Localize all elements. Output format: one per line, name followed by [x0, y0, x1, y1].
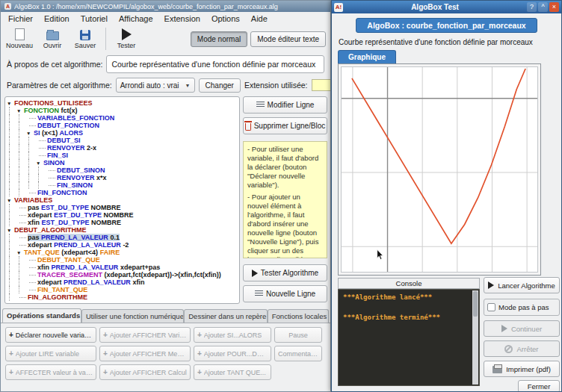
button-affecter-valeur-a-variable[interactable]: +AFFECTER valeur à variable	[5, 364, 96, 380]
tree-line[interactable]: DEBUT_SINON	[7, 167, 238, 174]
algorithm-tree[interactable]: ▼FONCTIONS_UTILISEES▼FONCTION fct(x)VARI…	[4, 96, 240, 304]
tree-line[interactable]: RENVOYER 2-x	[7, 144, 238, 152]
tree-line[interactable]: ▼VARIABLES	[7, 196, 238, 204]
help-button[interactable]: ?	[527, 2, 537, 12]
shade-button[interactable]: ^	[538, 2, 548, 12]
tab-graphique[interactable]: Graphique	[338, 50, 396, 63]
rounding-combo[interactable]: Arrondi auto : vrai ▼	[116, 78, 195, 93]
tree-line[interactable]: VARIABLES_FONCTION	[7, 114, 238, 122]
tab-operations-standards[interactable]: Opérations standards	[2, 308, 81, 323]
tree-line-text: TANT_QUE (xdepart<4) FAIRE	[24, 249, 120, 256]
tree-line[interactable]: FIN_ALGORITHME	[7, 293, 238, 301]
tree-line[interactable]: DEBUT_SI	[7, 137, 238, 144]
test-window-title: AlgoBox Test	[346, 3, 524, 11]
button-ajouter-pour-de-a[interactable]: +Ajouter POUR...DE...A	[194, 346, 271, 361]
button-ajouter-lire-variable[interactable]: +Ajouter LIRE variable	[5, 346, 96, 361]
new-document-icon	[15, 28, 25, 40]
tree-line[interactable]: FIN_FONCTION	[7, 189, 238, 196]
tree-line[interactable]: pas PREND_LA_VALEUR 0.1	[7, 234, 238, 241]
console-output: ***Algorithme lancé******Algorithme term…	[338, 289, 480, 386]
modify-line-button[interactable]: Modifier Ligne	[243, 96, 327, 113]
tree-line-text: RENVOYER 2-x	[47, 144, 96, 152]
close-window-button[interactable]: Fermer	[518, 380, 560, 392]
button-commentaire[interactable]: Commentaire	[274, 346, 322, 361]
tree-line[interactable]: FIN_SI	[7, 152, 238, 159]
tab-fonctions-locales[interactable]: Fonctions locales	[268, 309, 329, 323]
tree-line[interactable]: ▼FONCTIONS_UTILISEES	[7, 99, 238, 107]
open-folder-icon	[46, 31, 59, 40]
menu-bar: FichierEditionTutorielAffichageExtension…	[1, 12, 330, 25]
plus-icon: +	[9, 349, 13, 358]
button-ajouter-tant-que[interactable]: +Ajouter TANT QUE...	[194, 364, 271, 380]
tree-line[interactable]: ▼SINON	[7, 159, 238, 167]
menu-item-affichage[interactable]: Affichage	[114, 13, 158, 25]
console-scrollbar[interactable]	[472, 290, 478, 385]
expand-arrow-icon[interactable]: ▼	[26, 130, 34, 137]
tab-dessiner-dans-un-repere[interactable]: Dessiner dans un repère	[184, 309, 268, 323]
about-input[interactable]	[106, 55, 324, 73]
extension-field[interactable]	[312, 79, 330, 91]
tree-line[interactable]: pas EST_DU_TYPE NOMBRE	[7, 204, 238, 211]
menu-item-options[interactable]: Options	[206, 13, 245, 25]
button-pause[interactable]: Pause	[274, 327, 322, 343]
button-declarer-nouvelle-variable[interactable]: +Déclarer nouvelle variable	[5, 327, 96, 343]
tree-line[interactable]: FIN_TANT_QUE	[7, 286, 238, 293]
tree-line-text: FIN_SINON	[57, 181, 93, 189]
tab-utiliser-une-fonction-numerique[interactable]: Utiliser une fonction numérique	[81, 309, 184, 323]
menu-item-extension[interactable]: Extension	[159, 13, 206, 25]
expand-arrow-icon[interactable]: ▼	[7, 227, 14, 234]
button-ajouter-afficher-variable[interactable]: +Ajouter AFFICHER Variable	[99, 327, 191, 343]
tree-line[interactable]: DEBUT_TANT_QUE	[7, 256, 238, 264]
tree-line[interactable]: ▼FONCTION fct(x)	[7, 107, 238, 114]
tree-line[interactable]: xdepart PREND_LA_VALEUR xfin	[7, 279, 238, 286]
tree-line[interactable]: DEBUT_FONCTION	[7, 122, 238, 129]
run-algorithm-button[interactable]: Lancer Algorithme	[484, 277, 560, 293]
tree-line[interactable]: ▼SI (x<1) ALORS	[7, 129, 238, 137]
new-line-button[interactable]: Nouvelle Ligne	[243, 285, 327, 302]
help-box: - Pour utiliser une variable, il faut d'…	[243, 141, 327, 258]
delete-line-button[interactable]: Supprimer Ligne/Bloc	[243, 117, 327, 134]
tree-line[interactable]: xfin PREND_LA_VALEUR xdepart+pas	[7, 264, 238, 271]
button-ajouter-afficher-message[interactable]: +Ajouter AFFICHER Message	[99, 346, 191, 361]
tree-line[interactable]: xdepart PREND_LA_VALEUR -2	[7, 241, 238, 249]
algorithm-banner: AlgoBox : courbe_fonction_par_morceaux	[356, 18, 537, 33]
test-algorithm-button[interactable]: Tester Algorithme	[243, 264, 327, 281]
tree-line[interactable]: TRACER_SEGMENT (xdepart,fct(xdepart))->(…	[7, 271, 238, 279]
print-pdf-button[interactable]: Imprimer (pdf)	[484, 361, 560, 377]
tree-line[interactable]: RENVOYER x*x	[7, 174, 238, 181]
expand-arrow-icon[interactable]: ▼	[7, 197, 14, 204]
expand-arrow-icon[interactable]: ▼	[36, 160, 43, 167]
tree-line[interactable]: ▼DEBUT_ALGORITHME	[7, 226, 238, 234]
tree-line-text: pas PREND_LA_VALEUR 0.1	[28, 234, 120, 241]
toolbar-button-ouvrir[interactable]: Ouvrir	[37, 27, 68, 51]
change-button[interactable]: Changer	[199, 78, 241, 93]
plus-icon: +	[197, 349, 202, 358]
button-ajouter-si-alors[interactable]: +Ajouter SI...ALORS	[194, 327, 271, 343]
test-titlebar[interactable]: A! AlgoBox Test ?^×	[332, 1, 561, 13]
expand-arrow-icon[interactable]: ▼	[16, 108, 24, 114]
tree-line-text: pas EST_DU_TYPE NOMBRE	[28, 204, 121, 211]
expand-arrow-icon[interactable]: ▼	[16, 249, 24, 256]
expand-arrow-icon[interactable]: ▼	[7, 100, 14, 107]
menu-item-tutoriel[interactable]: Tutoriel	[75, 13, 113, 25]
menu-item-aide[interactable]: Aide	[246, 13, 273, 25]
continue-button[interactable]: Continuer	[484, 320, 560, 337]
menu-item-edition[interactable]: Edition	[39, 13, 75, 25]
toolbar-button-nouveau[interactable]: Nouveau	[4, 27, 35, 51]
toolbar-button-tester[interactable]: Tester	[111, 27, 142, 51]
mode-text-editor-button[interactable]: Mode éditeur texte	[250, 31, 326, 47]
stop-button[interactable]: Arrêter	[484, 340, 560, 357]
button-ajouter-afficher-calcul[interactable]: +Ajouter AFFICHER Calcul	[99, 364, 191, 380]
play-icon	[488, 281, 494, 289]
tree-line[interactable]: FIN_SINON	[7, 181, 238, 189]
extension-label: Extension utilisée:	[244, 81, 308, 90]
editor-titlebar[interactable]: A AlgoBox 1.0 : /home/xm/NEWCOMPIL/algob…	[1, 1, 330, 12]
close-button[interactable]: ×	[549, 2, 559, 12]
mode-normal-button[interactable]: Mode normal	[191, 31, 247, 47]
tree-line[interactable]: ▼TANT_QUE (xdepart<4) FAIRE	[7, 249, 238, 256]
tree-line[interactable]: xfin EST_DU_TYPE NOMBRE	[7, 219, 238, 226]
toolbar-button-sauver[interactable]: Sauver	[70, 28, 101, 51]
step-mode-checkbox[interactable]	[487, 303, 495, 311]
tree-line[interactable]: xdepart EST_DU_TYPE NOMBRE	[7, 211, 238, 219]
menu-item-fichier[interactable]: Fichier	[3, 13, 38, 25]
